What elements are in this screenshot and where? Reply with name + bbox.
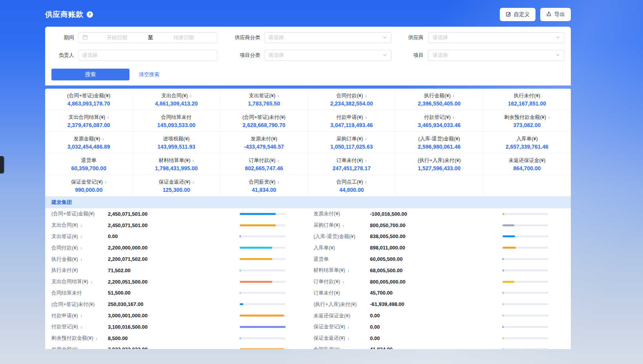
summary-metric-value: 864,700.00 bbox=[513, 165, 541, 171]
progress-bar-fill bbox=[240, 315, 284, 317]
chevron-right-icon: › bbox=[365, 92, 366, 99]
progress-bar-fill bbox=[503, 326, 503, 328]
detail-metric-value: 3,032,032,032.00 bbox=[108, 346, 240, 349]
chevron-right-icon[interactable]: › bbox=[342, 278, 344, 285]
chevron-right-icon: › bbox=[277, 178, 279, 185]
chevron-right-icon[interactable]: › bbox=[96, 335, 97, 342]
detail-metric-value: 800,005,000.00 bbox=[370, 279, 503, 285]
chevron-down-icon bbox=[383, 53, 387, 58]
summary-metric-label: 支出合同结算(¥) bbox=[69, 114, 106, 121]
chevron-right-icon: › bbox=[102, 135, 104, 142]
summary-cell: 执行未付(¥) › 162,167,851.00 bbox=[483, 89, 571, 110]
summary-cell[interactable]: 支出合同(¥) › 4,861,309,413.20 bbox=[133, 89, 220, 110]
search-button[interactable]: 搜索 bbox=[51, 69, 129, 80]
chevron-right-icon[interactable]: › bbox=[348, 335, 349, 342]
summary-cell[interactable]: 保证金返还(¥) › 125,300.00 bbox=[133, 175, 220, 197]
chevron-right-icon[interactable]: › bbox=[342, 346, 344, 349]
detail-metric-label: 保证金登记(¥) bbox=[313, 323, 345, 330]
accounts-panel: (合同+签证)金额(¥) › 4,863,093,178.70 支出合同(¥) … bbox=[45, 89, 571, 349]
summary-metric-value: 247,451,278.17 bbox=[332, 165, 370, 171]
summary-cell[interactable]: 采购订单(¥) › 1,050,117,025.63 bbox=[308, 132, 395, 153]
detail-metric-value: 51,500.00 bbox=[108, 290, 240, 296]
progress-bar-fill bbox=[240, 303, 243, 305]
project-category-select[interactable]: 请选择 bbox=[264, 50, 391, 61]
summary-metric-label: 执行未付(¥) bbox=[514, 92, 540, 99]
detail-metric-value: 0.00 bbox=[370, 313, 503, 318]
chevron-right-icon[interactable]: › bbox=[80, 346, 82, 349]
date-range-input[interactable]: 开始日期 至 结束日期 bbox=[78, 32, 217, 43]
detail-row: (合同+签证)未付(¥) › 250,030,167.00 bbox=[51, 298, 286, 310]
summary-metric-value: 1,783,765.50 bbox=[248, 100, 280, 107]
summary-cell[interactable]: 支出签证(¥) › 1,783,765.50 bbox=[220, 89, 308, 110]
chevron-right-icon[interactable]: › bbox=[80, 312, 82, 319]
summary-cell[interactable]: 发票金额(¥) › 3,032,454,486.89 bbox=[45, 132, 133, 153]
progress-bar-fill bbox=[240, 326, 286, 328]
detail-column-left: (合同+签证)金额(¥) › 2,450,071,501.00 支出合同(¥) … bbox=[51, 208, 286, 349]
chevron-right-icon[interactable]: › bbox=[80, 233, 82, 240]
progress-bar-track bbox=[240, 235, 286, 237]
chevron-right-icon[interactable]: › bbox=[348, 267, 349, 274]
owner-select[interactable]: 请选择 bbox=[78, 50, 217, 61]
chevron-right-icon[interactable]: › bbox=[342, 222, 344, 229]
detail-metric-label: 材料结算单(¥) bbox=[313, 267, 345, 274]
chevron-right-icon[interactable]: › bbox=[91, 278, 92, 285]
summary-metric-label: 支出合同(¥) bbox=[161, 92, 188, 99]
progress-bar-fill bbox=[503, 292, 503, 294]
supplier-select[interactable]: 请选择 bbox=[428, 32, 565, 43]
detail-row: 支出签证(¥) › 0.00 bbox=[51, 231, 286, 242]
detail-row: 付款申请(¥) › 3,000,001,000.00 bbox=[51, 310, 286, 321]
chevron-right-icon[interactable]: › bbox=[80, 256, 82, 262]
summary-metric-label: (入库-退货)金额(¥) bbox=[418, 135, 460, 142]
detail-metric-label: (合同+签证)金额(¥) bbox=[51, 210, 95, 217]
chevron-right-icon[interactable]: › bbox=[80, 222, 82, 229]
group-header[interactable]: 建发集团 bbox=[45, 197, 571, 208]
summary-cell[interactable]: 剩余预付款金额(¥) › 373,082.00 bbox=[483, 110, 571, 132]
chevron-right-icon[interactable]: › bbox=[80, 324, 82, 330]
chevron-right-icon[interactable]: › bbox=[348, 324, 349, 330]
supplier-category-select[interactable]: 请选择 bbox=[264, 32, 391, 43]
progress-bar-fill bbox=[503, 269, 504, 271]
summary-cell[interactable]: 付款登记(¥) › 3,465,934,033.46 bbox=[395, 110, 483, 132]
summary-cell[interactable]: 合同点工(¥) › 44,800.00 bbox=[308, 175, 395, 197]
side-drawer-handle[interactable] bbox=[0, 156, 4, 173]
summary-cell[interactable]: 执行金额(¥) › 2,396,550,405.00 bbox=[395, 89, 483, 110]
detail-metric-label: 保证金返还(¥) bbox=[313, 335, 345, 342]
summary-metric-label: 进项税额(¥) bbox=[163, 135, 190, 142]
filter-panel: 期间 开始日期 至 结束日期 供应商分类 请选择 供应商 请选择 负责人 请选择 bbox=[45, 27, 571, 86]
summary-cell[interactable]: 材料结算单(¥) › 1,798,431,995.00 bbox=[133, 153, 220, 175]
group-name[interactable]: 建发集团 bbox=[51, 199, 72, 206]
help-icon[interactable]: ? bbox=[87, 11, 93, 18]
summary-metric-value: 145,093,533.00 bbox=[157, 122, 195, 128]
summary-metric-value: 125,300.00 bbox=[162, 187, 190, 193]
progress-bar-fill bbox=[503, 303, 503, 305]
clear-search-link[interactable]: 清空搜索 bbox=[139, 71, 159, 78]
summary-metric-value: 2,657,339,761.46 bbox=[506, 144, 548, 150]
summary-metric-label: (执行+入库)未付(¥) bbox=[417, 157, 461, 164]
summary-cell[interactable]: 订单付款(¥) › 802,665,747.46 bbox=[220, 153, 308, 175]
summary-metric-value: 60,359,700.00 bbox=[71, 165, 106, 171]
summary-cell[interactable]: 合同付款(¥) › 2,234,382,554.00 bbox=[308, 89, 395, 110]
progress-bar-track bbox=[240, 281, 286, 283]
progress-bar-fill bbox=[240, 348, 284, 349]
chevron-right-icon: › bbox=[365, 178, 366, 185]
project-select[interactable]: 请选择 bbox=[428, 50, 565, 61]
progress-bar-track bbox=[240, 269, 286, 271]
customize-button-label: 自定义 bbox=[514, 11, 530, 18]
customize-button[interactable]: 自定义 bbox=[500, 8, 536, 21]
summary-cell: 未返还保证金(¥) › 864,700.00 bbox=[483, 153, 571, 175]
summary-cell[interactable]: 保证金登记(¥) › 990,000.00 bbox=[45, 175, 133, 197]
summary-cell[interactable]: 订单未付(¥) › 247,451,278.17 bbox=[308, 153, 395, 175]
detail-metric-label: (执行+入库)未付(¥) bbox=[313, 301, 357, 308]
detail-row: 合同结算未付 › 51,500.00 bbox=[51, 288, 286, 299]
detail-metric-label: 付款申请(¥) bbox=[51, 312, 78, 319]
summary-metric-label: 退货单 bbox=[81, 157, 97, 164]
chevron-right-icon[interactable]: › bbox=[80, 244, 82, 251]
summary-cell[interactable]: 合同薪资(¥) › 41,834.00 bbox=[220, 175, 308, 197]
progress-bar-track bbox=[503, 315, 548, 317]
chevron-right-icon: › bbox=[548, 114, 550, 120]
summary-cell[interactable]: 付款申请(¥) › 3,047,119,493.46 bbox=[308, 110, 395, 132]
summary-cell[interactable]: 支出合同结算(¥) › 2,379,476,087.00 bbox=[45, 110, 133, 132]
export-button[interactable]: 导出 bbox=[540, 8, 571, 21]
detail-metric-value: 0.00 bbox=[370, 324, 503, 330]
detail-metric-value: 0.00 bbox=[370, 335, 503, 341]
